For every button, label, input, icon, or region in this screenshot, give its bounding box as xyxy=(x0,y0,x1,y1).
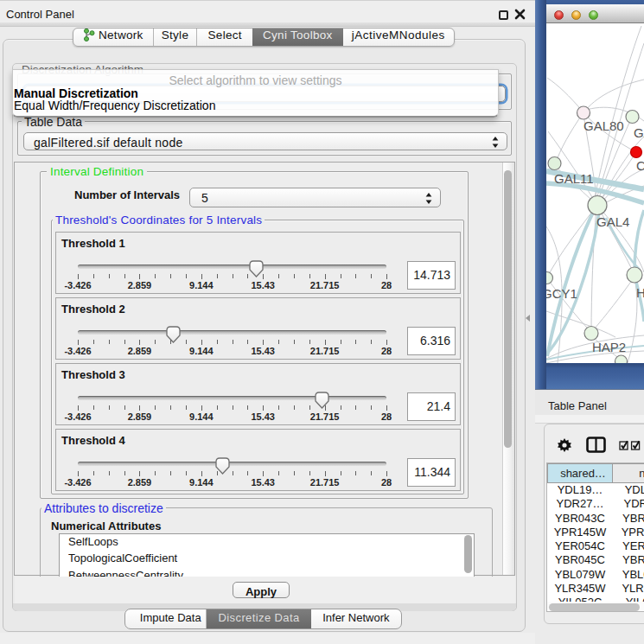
svg-text:GAL4: GAL4 xyxy=(596,214,629,229)
svg-text:H: H xyxy=(636,285,644,300)
svg-text:GA: GA xyxy=(634,125,644,140)
svg-text:HAP2: HAP2 xyxy=(592,340,626,354)
svg-text:C: C xyxy=(636,158,644,173)
svg-text:GAL11: GAL11 xyxy=(554,171,594,186)
svg-text:GAL80: GAL80 xyxy=(583,118,624,133)
svg-text:GCY1: GCY1 xyxy=(546,286,577,301)
